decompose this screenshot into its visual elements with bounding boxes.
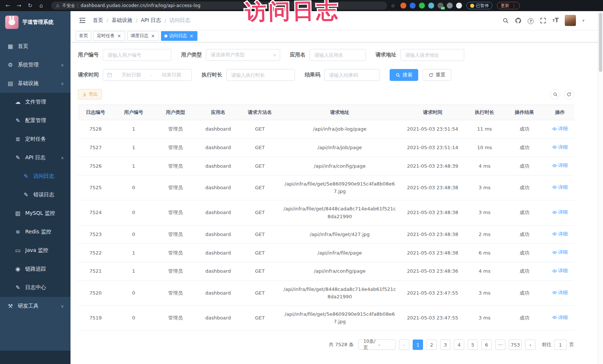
sidebar-item-redis[interactable]: ≋Redis 监控: [0, 223, 71, 241]
sidebar-item-home[interactable]: ▦首页: [0, 37, 71, 56]
next-page-button[interactable]: ›: [525, 340, 535, 350]
detail-link[interactable]: 详细: [552, 144, 568, 151]
github-icon[interactable]: [515, 17, 521, 24]
extension-green-icon[interactable]: [419, 3, 425, 9]
page-button-1[interactable]: 1: [413, 340, 423, 350]
detail-link[interactable]: 详细: [552, 209, 568, 216]
tab-close-icon[interactable]: ×: [117, 33, 122, 39]
sidebar-item-access-log[interactable]: ✎访问日志: [0, 167, 71, 186]
cell: /api/infra/file/get/5e8609290e915c4fa8b0…: [280, 306, 399, 331]
extension-puzzle-icon[interactable]: [428, 3, 434, 9]
result-code-input[interactable]: [324, 69, 380, 81]
sidebar-item-error-log[interactable]: ✎错误日志: [0, 186, 71, 204]
scrollbar-thumb[interactable]: [599, 13, 602, 72]
page-button-4[interactable]: 4: [454, 340, 464, 350]
extensions-row: an: [400, 3, 462, 9]
sidebar-item-dev-tools[interactable]: ⚒研发工具∨: [0, 297, 71, 315]
fullscreen-icon[interactable]: [540, 17, 546, 24]
sidebar-item-trace[interactable]: ◉链路追踪: [0, 260, 71, 278]
detail-link[interactable]: 详细: [552, 249, 568, 256]
cell: dashboard: [197, 157, 239, 176]
request-url-input[interactable]: [400, 49, 464, 61]
export-button[interactable]: 导出: [78, 89, 102, 99]
sidebar-item-job[interactable]: ≣定时任务: [0, 130, 71, 148]
tab-定时任务[interactable]: 定时任务×: [94, 31, 125, 41]
duration-input[interactable]: [226, 69, 295, 81]
table-search-toggle-button[interactable]: [550, 89, 560, 99]
update-button[interactable]: 更新 ⋮: [497, 2, 520, 9]
user-id-input[interactable]: [103, 49, 171, 61]
pagination: 共 7528 条10条/页∨‹123456···753›前往页: [78, 340, 574, 350]
extension-orange-icon[interactable]: [400, 3, 406, 9]
sidebar-collapse-bar[interactable]: [0, 351, 71, 364]
avatar[interactable]: [565, 15, 576, 26]
help-icon[interactable]: ?: [528, 17, 534, 24]
sidebar-item-api-log[interactable]: ✎API 日志∧: [0, 148, 71, 167]
more-pages-button[interactable]: ···: [495, 340, 505, 350]
sidebar-item-java[interactable]: ▭Java 监控: [0, 241, 71, 260]
prev-page-button[interactable]: ‹: [399, 340, 409, 350]
cell: dashboard: [197, 244, 239, 262]
font-size-icon[interactable]: TT: [553, 17, 558, 24]
eye-icon: [552, 145, 557, 150]
chevron-down-icon[interactable]: ▾: [582, 18, 584, 23]
detail-link[interactable]: 详细: [552, 162, 568, 169]
redis-icon: ≋: [15, 229, 21, 235]
page-size-select[interactable]: 10条/页∨: [358, 340, 396, 350]
search-icon[interactable]: [502, 17, 509, 24]
tab-label: 访问日志: [169, 33, 187, 39]
paused-badge[interactable]: 已暂停: [466, 2, 493, 9]
reload-icon[interactable]: ↻: [25, 1, 35, 10]
home-icon[interactable]: ⌂: [36, 1, 46, 10]
extension-tool-icon[interactable]: [447, 3, 453, 9]
page-button-2[interactable]: 2: [426, 340, 437, 350]
tab-访问日志[interactable]: 访问日志×: [161, 31, 197, 41]
sidebar-item-label: API 日志: [25, 154, 46, 161]
cell: 3 ms: [466, 306, 503, 331]
sidebar-item-mysql[interactable]: ▥MySQL 监控: [0, 204, 71, 223]
detail-link[interactable]: 详细: [552, 125, 568, 132]
detail-link[interactable]: 详细: [552, 184, 568, 191]
tab-调度日志[interactable]: 调度日志×: [127, 31, 159, 41]
detail-link[interactable]: 详细: [552, 289, 568, 296]
sidebar-item-file[interactable]: ☁文件管理: [0, 93, 71, 111]
tab-首页[interactable]: 首页: [76, 31, 91, 41]
detail-link-label: 详细: [558, 267, 568, 275]
breadcrumb-item[interactable]: 基础设施: [112, 17, 132, 24]
app-name-input[interactable]: [309, 49, 366, 61]
back-icon[interactable]: ←: [3, 1, 13, 10]
cell: GET: [239, 281, 280, 305]
tab-close-icon[interactable]: ×: [189, 33, 194, 39]
page-button-6[interactable]: 6: [481, 340, 492, 350]
breadcrumb-item[interactable]: API 日志: [141, 17, 161, 24]
page-button-3[interactable]: 3: [440, 340, 450, 350]
sidebar-item-label: 研发工具: [18, 303, 39, 309]
sidebar-item-config[interactable]: ✎配置管理: [0, 111, 71, 130]
detail-link[interactable]: 详细: [552, 267, 568, 275]
user-type-select[interactable]: 请选择用户类型 ∨: [206, 49, 280, 61]
kebab-menu-icon[interactable]: ⋮: [512, 3, 516, 8]
date-range-picker[interactable]: 开始日期 - 结束日期: [103, 69, 192, 81]
extension-shield-icon[interactable]: [410, 3, 416, 9]
sidebar-item-system[interactable]: ⚙系统管理∨: [0, 56, 71, 74]
scrollbar[interactable]: [598, 11, 603, 364]
forward-icon[interactable]: →: [14, 1, 24, 10]
reset-button[interactable]: 重置: [423, 69, 451, 81]
page-button-753[interactable]: 753: [509, 340, 522, 350]
breadcrumb-item[interactable]: 首页: [93, 17, 103, 24]
hamburger-icon[interactable]: [76, 17, 89, 24]
detail-link[interactable]: 详细: [552, 230, 568, 238]
sidebar-item-label: Java 监控: [25, 247, 48, 254]
goto-page-input[interactable]: [554, 340, 567, 350]
extension-grid-icon[interactable]: an: [437, 3, 443, 9]
extension-bird-icon[interactable]: [456, 3, 462, 9]
sidebar-item-infra[interactable]: ▤基础设施∧: [0, 74, 71, 93]
search-button[interactable]: 搜索: [390, 69, 418, 81]
cell: 0: [113, 225, 154, 244]
tab-close-icon[interactable]: ×: [150, 33, 155, 39]
detail-link[interactable]: 详细: [552, 314, 568, 321]
table-refresh-button[interactable]: [564, 89, 574, 99]
bookmark-star-icon[interactable]: ☆: [391, 3, 395, 9]
page-button-5[interactable]: 5: [468, 340, 478, 350]
sidebar-item-log-center[interactable]: ✎日志中心: [0, 278, 71, 297]
